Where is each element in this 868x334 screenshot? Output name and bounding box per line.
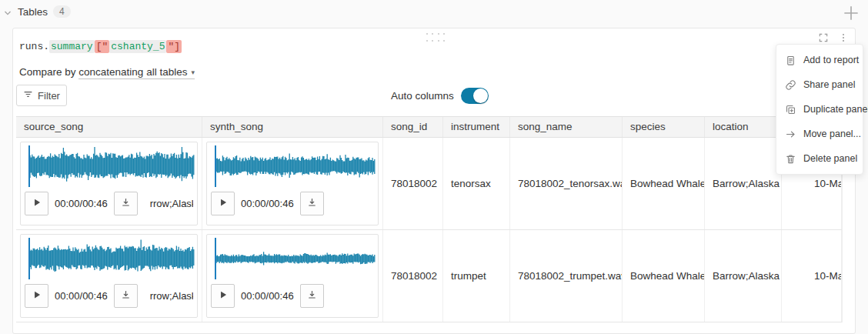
play-button[interactable]	[25, 192, 48, 215]
audio-controls: 00:00/00:46rrow;Alaska CC	[21, 190, 197, 219]
download-button[interactable]	[114, 192, 138, 215]
column-header-song_id[interactable]: song_id	[383, 117, 443, 137]
playhead-cursor[interactable]	[28, 145, 30, 187]
download-icon	[120, 197, 132, 211]
waveform[interactable]	[207, 142, 378, 190]
audio-caption: rrow;Alaska CC	[150, 290, 193, 302]
menu-item-duplicate-panel[interactable]: Duplicate panel	[776, 97, 863, 122]
compare-select[interactable]: concatenating all tables▾	[78, 66, 195, 79]
column-header-source_song[interactable]: source_song	[16, 117, 202, 137]
download-button[interactable]	[300, 192, 324, 215]
drag-handle[interactable]	[426, 33, 446, 42]
audio-time: 00:00/00:46	[55, 198, 108, 209]
query-key: cshanty_5	[109, 40, 166, 53]
waveform[interactable]	[207, 235, 378, 282]
table-header-row: source_songsynth_songsong_idinstrumentso…	[16, 116, 842, 138]
menu-item-label: Share panel	[803, 79, 855, 90]
download-icon	[306, 289, 318, 303]
audio-controls: 00:00/00:46rrow;Alaska CC	[21, 282, 197, 312]
trash-icon	[785, 153, 796, 165]
waveform[interactable]	[21, 142, 197, 190]
audio-player-source_song: 00:00/00:46rrow;Alaska CC	[20, 234, 198, 318]
play-button[interactable]	[211, 192, 235, 215]
playhead-cursor[interactable]	[215, 238, 216, 279]
cell-instrument: tenorsax	[443, 138, 510, 229]
section-title: Tables	[18, 6, 48, 18]
menu-item-share-panel[interactable]: Share panel	[776, 72, 863, 97]
menu-item-label: Delete panel	[803, 153, 857, 164]
section-count-badge: 4	[53, 5, 71, 18]
report-icon	[785, 55, 796, 66]
compare-label: Compare by	[19, 66, 76, 78]
download-button[interactable]	[300, 284, 324, 308]
cell-species: Bowhead Whale	[623, 138, 705, 229]
cell-synth_song: 00:00/00:46	[202, 138, 383, 229]
menu-item-move-panel[interactable]: Move panel...	[776, 122, 863, 146]
filter-button[interactable]: Filter	[16, 85, 67, 106]
query-method: summary	[49, 40, 95, 53]
compare-value: concatenating all tables	[78, 66, 187, 78]
query-prefix: runs.	[19, 41, 49, 52]
add-panel-button[interactable]	[840, 3, 862, 25]
cell-instrument: trumpet	[443, 230, 510, 322]
playhead-cursor[interactable]	[28, 238, 30, 279]
audio-controls: 00:00/00:46	[207, 282, 378, 312]
query-bracket-close: "]	[166, 40, 182, 53]
play-icon	[32, 197, 42, 210]
cell-song_name: 78018002_trumpet.wav	[510, 230, 623, 322]
section-header: Tables 4	[3, 5, 71, 18]
audio-time: 00:00/00:46	[55, 290, 108, 302]
cell-source_song: 00:00/00:46rrow;Alaska CC	[16, 138, 202, 229]
audio-time: 00:00/00:46	[241, 198, 294, 209]
download-icon	[120, 289, 132, 303]
download-button[interactable]	[114, 284, 138, 308]
playhead-cursor[interactable]	[215, 145, 216, 187]
audio-caption: rrow;Alaska CC	[150, 198, 193, 209]
audio-player-synth_song: 00:00/00:46	[206, 234, 379, 318]
column-header-species[interactable]: species	[623, 117, 705, 137]
duplicate-icon	[785, 104, 796, 115]
cell-song_name: 78018002_tenorsax.wav	[510, 138, 623, 229]
cell-location: Barrow;Alaska CC2A	[705, 230, 782, 322]
data-table: source_songsynth_songsong_idinstrumentso…	[16, 116, 843, 322]
cell-date: 10-Ma	[782, 230, 842, 322]
auto-columns-toggle[interactable]	[461, 88, 489, 104]
cell-location: Barrow;Alaska CC2A	[705, 138, 782, 229]
auto-columns-label: Auto columns	[391, 90, 454, 102]
plus-icon	[841, 14, 861, 25]
caret-down-icon: ▾	[191, 68, 195, 76]
auto-columns-row: Auto columns	[391, 88, 489, 104]
waveform[interactable]	[21, 235, 197, 282]
panel-menu-button[interactable]	[836, 31, 850, 45]
column-header-song_name[interactable]: song_name	[510, 117, 623, 137]
filter-icon	[23, 89, 33, 102]
panel-query[interactable]: runs.summary["cshanty_5"]	[19, 41, 182, 52]
play-icon	[218, 197, 229, 210]
menu-item-add-to-report[interactable]: Add to report	[776, 48, 863, 72]
download-icon	[306, 197, 318, 211]
audio-controls: 00:00/00:46	[207, 190, 378, 219]
menu-item-delete-panel[interactable]: Delete panel	[776, 146, 863, 171]
arrow-right-icon	[785, 129, 796, 140]
filter-label: Filter	[38, 90, 60, 102]
tables-panel: runs.summary["cshanty_5"] Compare by con…	[12, 28, 856, 334]
menu-item-label: Duplicate panel	[803, 104, 868, 115]
table-row: 00:00/00:46rrow;Alaska CC00:00/00:467801…	[16, 230, 842, 322]
play-icon	[32, 289, 42, 302]
cell-source_song: 00:00/00:46rrow;Alaska CC	[16, 230, 202, 322]
audio-time: 00:00/00:46	[241, 290, 294, 302]
column-header-synth_song[interactable]: synth_song	[202, 117, 383, 137]
cell-song_id: 78018002	[383, 138, 443, 229]
column-header-location[interactable]: location	[705, 117, 782, 137]
panel-actions	[816, 31, 850, 45]
column-header-instrument[interactable]: instrument	[443, 117, 510, 137]
cell-species: Bowhead Whale	[623, 230, 705, 322]
audio-player-synth_song: 00:00/00:46	[206, 142, 379, 225]
play-icon	[218, 289, 229, 302]
chevron-down-icon[interactable]	[3, 7, 12, 16]
play-button[interactable]	[211, 284, 235, 308]
play-button[interactable]	[25, 284, 48, 308]
fullscreen-button[interactable]	[816, 31, 830, 45]
panel-context-menu: Add to reportShare panelDuplicate panelM…	[776, 44, 863, 175]
page: Tables 4 runs.summary["cshanty_5"]	[0, 0, 868, 334]
